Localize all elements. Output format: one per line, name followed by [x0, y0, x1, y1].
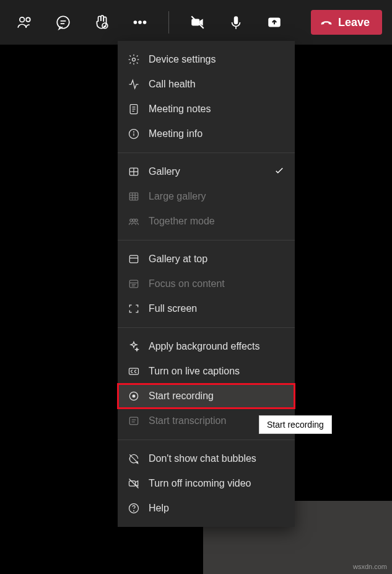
- menu-item-label: Full screen: [149, 303, 197, 314]
- menu-section-5: Don't show chat bubblesTurn off incoming…: [118, 440, 295, 527]
- menu-item-label: Apply background effects: [149, 341, 259, 352]
- help-icon: [128, 502, 140, 514]
- svg-line-47: [129, 479, 139, 488]
- menu-item-turn-on-live-captions[interactable]: Turn on live captions: [118, 359, 295, 384]
- leave-button[interactable]: Leave: [311, 10, 382, 35]
- menu-item-meeting-notes[interactable]: Meeting notes: [118, 97, 295, 121]
- menu-item-focus-on-content: Focus on content: [118, 272, 295, 296]
- menu-item-device-settings[interactable]: Device settings: [118, 47, 295, 72]
- camera-off-icon[interactable]: [185, 10, 210, 35]
- menu-item-label: Together mode: [149, 216, 215, 227]
- large-gallery-icon: [128, 190, 140, 203]
- menu-item-call-health[interactable]: Call health: [118, 72, 295, 97]
- menu-item-turn-off-incoming-video[interactable]: Turn off incoming video: [118, 471, 295, 496]
- menu-item-label: Help: [149, 503, 169, 514]
- menu-item-label: Device settings: [149, 54, 216, 65]
- gear-icon: [128, 53, 140, 66]
- menu-item-label: Call health: [149, 79, 196, 90]
- menu-item-label: Turn on live captions: [149, 366, 240, 377]
- menu-item-apply-background-effects[interactable]: Apply background effects: [118, 334, 295, 359]
- sparkle-icon: [128, 340, 140, 353]
- record-icon: [128, 390, 140, 402]
- svg-point-41: [133, 395, 136, 398]
- reactions-icon[interactable]: [89, 10, 114, 35]
- more-actions-menu: Device settingsCall healthMeeting notesM…: [118, 41, 295, 527]
- cc-icon: [128, 365, 140, 378]
- chat-icon[interactable]: [51, 10, 76, 35]
- video-off-icon: [128, 477, 140, 490]
- menu-item-meeting-info[interactable]: Meeting info: [118, 121, 295, 146]
- menu-item-together-mode: Together mode: [118, 209, 295, 234]
- menu-item-don-t-show-chat-bubbles[interactable]: Don't show chat bubbles: [118, 446, 295, 471]
- focus-icon: [128, 278, 140, 290]
- menu-item-gallery-at-top[interactable]: Gallery at top: [118, 247, 295, 272]
- menu-item-label: Gallery: [149, 166, 180, 177]
- svg-rect-25: [129, 193, 137, 200]
- menu-item-label: Turn off incoming video: [149, 478, 251, 489]
- menu-item-label: Meeting info: [149, 128, 203, 139]
- menu-item-gallery[interactable]: Gallery: [118, 159, 295, 184]
- svg-point-0: [20, 17, 25, 22]
- check-icon: [274, 165, 285, 179]
- menu-item-label: Focus on content: [149, 278, 225, 289]
- svg-rect-42: [129, 417, 137, 425]
- call-toolbar: Leave: [0, 0, 392, 45]
- notes-icon: [128, 103, 140, 115]
- fullscreen-icon: [128, 302, 140, 315]
- gallery-top-icon: [128, 253, 140, 265]
- info-icon: [128, 128, 140, 140]
- menu-item-help[interactable]: Help: [118, 496, 295, 521]
- share-screen-icon[interactable]: [262, 10, 287, 35]
- bubble-off-icon: [128, 453, 140, 465]
- together-icon: [128, 215, 140, 227]
- menu-item-label: Meeting notes: [149, 104, 211, 115]
- svg-rect-33: [129, 255, 137, 263]
- menu-section-3: Gallery at topFocus on contentFull scree…: [118, 241, 295, 328]
- leave-label: Leave: [338, 16, 370, 29]
- watermark: wsxdn.com: [353, 563, 387, 570]
- svg-point-7: [139, 21, 141, 24]
- svg-point-49: [134, 511, 134, 511]
- svg-point-2: [57, 16, 69, 29]
- svg-rect-39: [129, 368, 139, 374]
- svg-point-6: [134, 21, 136, 24]
- svg-point-14: [133, 58, 136, 61]
- svg-point-8: [144, 21, 146, 24]
- menu-item-start-recording[interactable]: Start recording: [118, 384, 295, 408]
- hangup-icon: [320, 15, 333, 29]
- menu-item-label: Start recording: [149, 391, 214, 402]
- menu-item-full-screen[interactable]: Full screen: [118, 296, 295, 321]
- menu-item-label: Start transcription: [149, 415, 226, 426]
- menu-section-2: GalleryLarge galleryTogether mode: [118, 153, 295, 241]
- tooltip: Start recording: [259, 415, 332, 434]
- menu-item-label: Don't show chat bubbles: [149, 453, 256, 464]
- svg-point-32: [133, 219, 135, 221]
- menu-section-1: Device settingsCall healthMeeting notesM…: [118, 41, 295, 153]
- svg-point-21: [134, 131, 134, 132]
- activity-icon: [128, 78, 140, 91]
- menu-item-label: Gallery at top: [149, 254, 207, 265]
- svg-rect-35: [129, 280, 137, 288]
- gallery-icon: [128, 166, 140, 178]
- people-icon[interactable]: [12, 10, 37, 35]
- menu-item-large-gallery: Large gallery: [118, 184, 295, 209]
- svg-point-5: [102, 23, 108, 29]
- microphone-icon[interactable]: [224, 10, 248, 35]
- menu-item-label: Large gallery: [149, 191, 206, 202]
- svg-point-1: [26, 17, 30, 22]
- transcript-icon: [128, 415, 140, 427]
- more-actions-button[interactable]: [128, 10, 152, 35]
- svg-rect-11: [234, 16, 238, 24]
- toolbar-divider: [168, 11, 169, 33]
